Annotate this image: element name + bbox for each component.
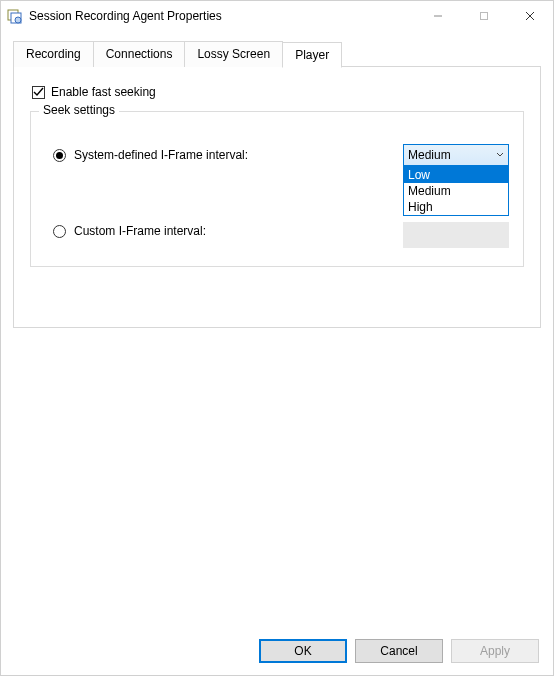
app-icon (7, 8, 23, 24)
window-title: Session Recording Agent Properties (29, 9, 415, 23)
tab-strip: Recording Connections Lossy Screen Playe… (13, 41, 541, 67)
iframe-interval-dropdown-area: Medium Low Medium High (403, 144, 509, 166)
iframe-interval-dropdown-list: Low Medium High (403, 166, 509, 216)
button-bar: OK Cancel Apply (1, 627, 553, 675)
maximize-button[interactable] (461, 1, 507, 31)
svg-point-2 (15, 17, 21, 23)
titlebar: Session Recording Agent Properties (1, 1, 553, 31)
system-iframe-row: System-defined I-Frame interval: Medium … (53, 144, 509, 166)
ok-button[interactable]: OK (259, 639, 347, 663)
seek-settings-legend: Seek settings (39, 103, 119, 117)
tab-player[interactable]: Player (282, 42, 342, 68)
content-area: Recording Connections Lossy Screen Playe… (1, 31, 553, 627)
chevron-down-icon (496, 148, 504, 162)
tab-panel-player: Enable fast seeking Seek settings System… (13, 66, 541, 328)
iframe-option-low[interactable]: Low (404, 167, 508, 183)
system-iframe-label: System-defined I-Frame interval: (74, 148, 403, 162)
close-button[interactable] (507, 1, 553, 31)
apply-button[interactable]: Apply (451, 639, 539, 663)
iframe-interval-selected: Medium (408, 148, 451, 162)
cancel-button[interactable]: Cancel (355, 639, 443, 663)
iframe-option-medium[interactable]: Medium (404, 183, 508, 199)
custom-iframe-radio[interactable] (53, 225, 66, 238)
enable-fast-seeking-row: Enable fast seeking (32, 85, 526, 99)
tab-lossy-screen[interactable]: Lossy Screen (184, 41, 283, 67)
system-iframe-radio[interactable] (53, 149, 66, 162)
dropdown-shadow (403, 222, 509, 248)
window-buttons (415, 1, 553, 31)
tab-connections[interactable]: Connections (93, 41, 186, 67)
seek-settings-fieldset: Seek settings System-defined I-Frame int… (30, 111, 524, 267)
iframe-option-high[interactable]: High (404, 199, 508, 215)
iframe-interval-dropdown[interactable]: Medium (403, 144, 509, 166)
svg-rect-4 (481, 13, 488, 20)
enable-fast-seeking-label: Enable fast seeking (51, 85, 156, 99)
tab-recording[interactable]: Recording (13, 41, 94, 67)
enable-fast-seeking-checkbox[interactable] (32, 86, 45, 99)
minimize-button[interactable] (415, 1, 461, 31)
